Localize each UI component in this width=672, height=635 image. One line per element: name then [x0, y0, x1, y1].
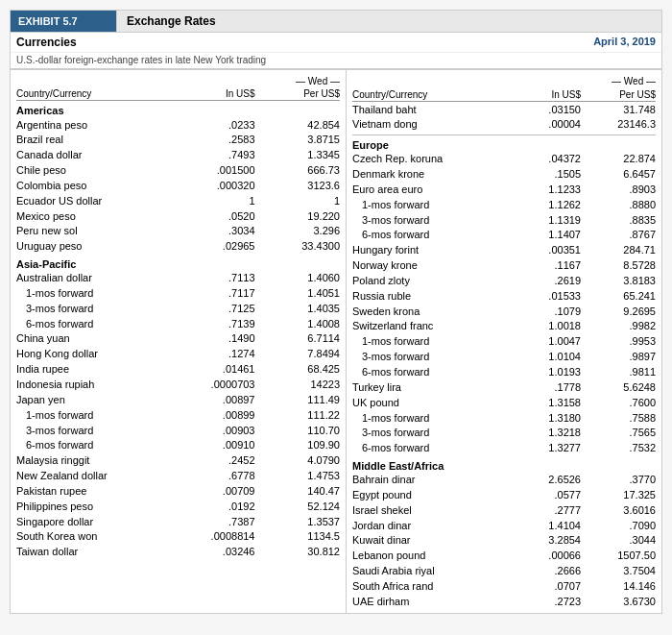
inus-cell: .0233	[188, 118, 255, 133]
country-cell: 3-mos forward	[16, 424, 170, 438]
table-row: New Zealand dollar.67781.4753	[16, 469, 340, 484]
inus-cell: .1490	[188, 331, 255, 346]
inus-cell: 1.1319	[523, 213, 581, 228]
table-row: 1-mos forward1.1262.8880	[352, 197, 656, 212]
country-cell: Pakistan rupee	[16, 484, 170, 499]
left-wed-header: — Wed —	[16, 76, 340, 86]
inus-cell: .03150	[523, 103, 581, 117]
table-row: 1-mos forward1.3180.7588	[352, 410, 656, 426]
inus-cell: 1.3180	[523, 411, 581, 426]
country-cell: UK pound	[352, 396, 506, 410]
country-cell: Peru new sol	[16, 224, 170, 238]
country-cell: Jordan dinar	[352, 519, 506, 533]
country-cell: Vietnam dong	[352, 117, 506, 132]
inus-cell: .001500	[188, 163, 255, 178]
inus-cell: .0577	[523, 488, 581, 502]
inus-cell: .7139	[188, 317, 255, 331]
perus-cell: 65.241	[598, 289, 656, 304]
perus-cell: 14223	[273, 378, 340, 392]
perus-cell: 1.3345	[273, 148, 340, 162]
country-cell: Czech Rep. koruna	[352, 152, 506, 166]
table-row: South Africa rand.070714.146	[352, 578, 656, 594]
country-cell: Hungary forint	[352, 243, 506, 257]
table-row: 3-mos forward1.0104.9897	[352, 350, 656, 365]
perus-cell: 3.6016	[598, 503, 656, 518]
perus-cell: 3.7504	[598, 564, 656, 578]
inus-cell: .7387	[188, 515, 255, 529]
perus-cell: .9897	[598, 350, 656, 364]
country-cell: Hong Kong dollar	[16, 347, 170, 361]
inus-cell: .00066	[523, 549, 581, 563]
inus-cell: .1274	[188, 347, 255, 361]
right-col-inus-header: In US$	[523, 89, 581, 100]
table-row: 1-mos forward1.0047.9953	[352, 334, 656, 350]
table-row: Singapore dollar.73871.3537	[16, 514, 340, 529]
inus-cell: .00899	[188, 408, 255, 423]
country-cell: 1-mos forward	[352, 198, 506, 212]
country-cell: Egypt pound	[352, 488, 506, 502]
country-cell: Norway krone	[352, 258, 506, 273]
table-row: Taiwan dollar.0324630.812	[16, 545, 340, 560]
table-row: Brazil real.25833.8715	[16, 133, 340, 148]
table-row: Saudi Arabia riyal.26663.7504	[352, 564, 656, 579]
country-cell: Switzerland franc	[352, 319, 506, 333]
table-row: Indonesia rupiah.000070314223	[16, 378, 340, 393]
inus-cell: 1.1407	[523, 228, 581, 242]
perus-cell: 1.4035	[273, 302, 340, 316]
perus-cell: 17.325	[598, 488, 656, 502]
inus-cell: .2723	[523, 595, 581, 609]
country-cell: Uruguay peso	[16, 239, 170, 254]
perus-cell: .8835	[598, 213, 656, 228]
date-label: April 3, 2019	[593, 36, 656, 49]
subheader: Currencies April 3, 2019	[11, 32, 661, 53]
table-row: 6-mos forward1.0193.9811	[352, 365, 656, 380]
country-cell: Malaysia ringgit	[16, 453, 170, 468]
table-row: Ecuador US dollar11	[16, 193, 340, 208]
perus-cell: 3123.6	[273, 179, 340, 193]
exhibit-label: EXHIBIT 5.7	[11, 11, 116, 32]
right-col-perus-header: Per US$	[598, 89, 656, 100]
perus-cell: 111.22	[273, 408, 340, 423]
inus-cell: .6778	[188, 469, 255, 483]
perus-cell: 30.812	[273, 545, 340, 559]
perus-cell: 1.4051	[273, 286, 340, 301]
country-cell: Australian dollar	[16, 271, 170, 285]
country-cell: South Korea won	[16, 529, 170, 544]
table-row: 6-mos forward.00910109.90	[16, 438, 340, 453]
left-panel: — Wed — Country/Currency In US$ Per US$ …	[11, 70, 347, 613]
inus-cell: 1	[188, 194, 255, 208]
perus-cell: 1.4008	[273, 317, 340, 331]
col-perus-header: Per US$	[273, 88, 340, 99]
subtitle: U.S.-dollar foreign-exchange rates in la…	[16, 55, 266, 65]
left-col-headers: Country/Currency In US$ Per US$	[16, 87, 340, 101]
table-row: Turkey lira.17785.6248	[352, 379, 656, 395]
inus-cell: 1.3277	[523, 441, 581, 455]
inus-cell: .01461	[188, 362, 255, 377]
table-row: Chile peso.001500666.73	[16, 163, 340, 179]
inus-cell: .00004	[523, 117, 581, 132]
country-cell: 3-mos forward	[352, 350, 506, 364]
table-row: Norway krone.11678.5728	[352, 258, 656, 274]
country-cell: Denmark krone	[352, 167, 506, 182]
country-cell: Russia ruble	[352, 289, 506, 304]
perus-cell: 5.6248	[598, 380, 656, 395]
perus-cell: 23146.3	[598, 117, 656, 132]
inus-cell: 1.0047	[523, 334, 581, 349]
inus-cell: .00910	[188, 438, 255, 452]
inus-cell: .0192	[188, 500, 255, 514]
country-cell: Saudi Arabia riyal	[352, 564, 506, 578]
country-cell: UAE dirham	[352, 595, 506, 609]
perus-cell: 52.124	[273, 500, 340, 514]
perus-cell: 31.748	[598, 103, 656, 117]
perus-cell: 3.296	[273, 224, 340, 238]
perus-cell: 42.854	[273, 118, 340, 133]
perus-cell: 666.73	[273, 163, 340, 178]
country-cell: 1-mos forward	[16, 408, 170, 423]
country-cell: Canada dollar	[16, 148, 170, 162]
perus-cell: .7090	[598, 519, 656, 533]
country-cell: South Africa rand	[352, 579, 506, 594]
perus-cell: 110.70	[273, 424, 340, 438]
table-row: Egypt pound.057717.325	[352, 487, 656, 502]
inus-cell: 1.3158	[523, 396, 581, 410]
table-row: 6-mos forward1.1407.8767	[352, 228, 656, 243]
